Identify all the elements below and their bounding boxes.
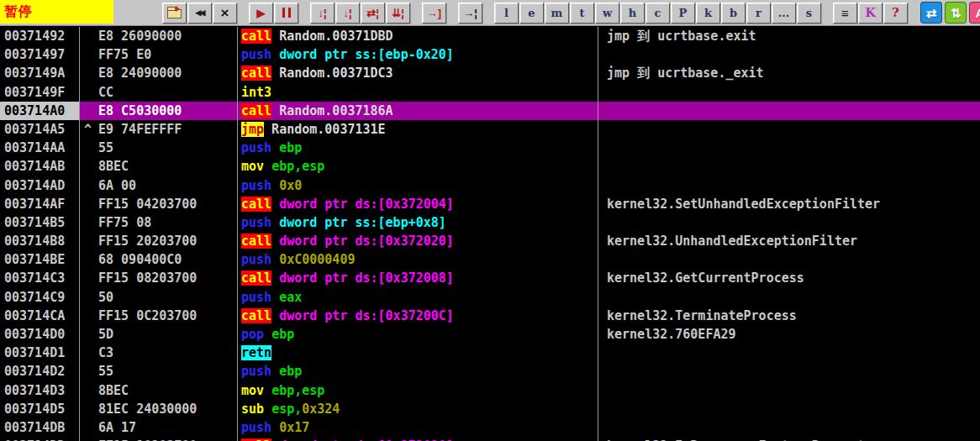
disasm-row[interactable]: 003714D581EC 24030000sub esp,0x324	[0, 400, 980, 418]
instruction-cell: push 0x17	[238, 418, 598, 437]
disasm-row[interactable]: 003714B5FF75 08push dword ptr ss:[ebp+0x…	[0, 213, 980, 232]
address-cell: 003714B5	[0, 213, 80, 232]
animate-into-button[interactable]: ⇄¦	[361, 3, 385, 24]
comment-cell: kernel32.TerminateProcess	[598, 307, 980, 325]
goto-button[interactable]: →¦	[458, 3, 482, 24]
animate-over-button[interactable]: ⇊¦	[386, 3, 410, 24]
disassembly-panel[interactable]: 00371492E8 26090000call Random.00371DBDj…	[0, 26, 980, 441]
windows-button[interactable]: w	[595, 3, 619, 24]
patches-button[interactable]: P	[671, 3, 695, 24]
disasm-row-selected[interactable]: 003714A0E8 C5030000call Random.0037186A	[0, 102, 980, 120]
bytes-cell: 55	[80, 139, 238, 157]
disasm-row[interactable]: 003714C3FF15 08203700call dword ptr ds:[…	[0, 269, 980, 287]
source-button[interactable]: s	[797, 3, 821, 24]
disasm-row[interactable]: 003714DDFF15 10203700call dword ptr ds:[…	[0, 437, 980, 441]
letter-l-icon: l	[504, 8, 508, 18]
instruction-cell: retn	[238, 344, 598, 362]
jump-direction-marker: ^	[84, 120, 92, 139]
plugin-a-button[interactable]: A	[969, 2, 980, 24]
comment-cell	[598, 362, 980, 381]
disasm-row[interactable]: 003714BE68 090400C0push 0xC0000409	[0, 250, 980, 269]
rewind-button[interactable]: ◀◀	[187, 3, 212, 24]
toolbar-group-return: →]	[422, 3, 447, 24]
disasm-row[interactable]: 003714D1C3retn	[0, 344, 980, 362]
disasm-row[interactable]: 003714C950push eax	[0, 288, 980, 307]
plugin-updown-button[interactable]: ⇅	[945, 2, 967, 24]
animate-into-icon: ⇄¦	[366, 8, 379, 18]
run-button[interactable]: ▶	[249, 3, 273, 24]
disasm-row[interactable]: 003714B8FF15 20203700call dword ptr ds:[…	[0, 232, 980, 250]
help-button[interactable]: ?	[883, 3, 908, 24]
memory-map-button[interactable]: m	[545, 3, 569, 24]
step-into-button[interactable]: ↓¦	[310, 3, 335, 24]
comment-cell	[598, 102, 980, 120]
disasm-row[interactable]: 003714AB8BECmov ebp,esp	[0, 157, 980, 176]
instruction-cell: push 0x0	[238, 176, 598, 195]
disasm-row[interactable]: 0037149AE8 24090000call Random.00371DC3j…	[0, 64, 980, 82]
bytes-cell: FF15 10203700	[80, 437, 238, 441]
bytes-cell: FF75 E0	[80, 45, 238, 64]
breakpoints-button[interactable]: b	[721, 3, 746, 24]
threads-button[interactable]: t	[570, 3, 594, 24]
instruction-cell: call dword ptr ds:[0x372008]	[238, 269, 598, 287]
instruction-cell: call Random.00371DBD	[238, 27, 598, 45]
disasm-row[interactable]: 0037149FCCint3	[0, 83, 980, 102]
run-trace-button[interactable]: ...	[772, 3, 796, 24]
disasm-row[interactable]: 003714D05Dpop ebpkernel32.760EFA29	[0, 325, 980, 344]
plugin-button[interactable]: K	[858, 3, 883, 24]
call-stack-button[interactable]: k	[696, 3, 720, 24]
log-button[interactable]: l	[494, 3, 519, 24]
bytes-cell: 81EC 24030000	[80, 400, 238, 418]
close-icon: ×	[221, 6, 229, 20]
disasm-row[interactable]: 003714A5^E9 74FEFFFFjmp Random.0037131E	[0, 120, 980, 139]
close-button[interactable]: ×	[213, 3, 237, 24]
open-file-button[interactable]	[162, 3, 187, 24]
bytes-cell: E8 26090000	[80, 27, 238, 45]
plugin-swap-button[interactable]: ⇄	[920, 2, 942, 24]
comment-cell	[598, 83, 980, 102]
options-list-button[interactable]: ≡	[833, 3, 857, 24]
disasm-row[interactable]: 003714AA55push ebp	[0, 139, 980, 157]
letter-h-icon: h	[629, 8, 636, 18]
disasm-row[interactable]: 003714DB6A 17push 0x17	[0, 418, 980, 437]
letter-t-icon: t	[579, 8, 584, 18]
pause-button[interactable]	[274, 3, 298, 24]
disasm-row[interactable]: 003714D38BECmov ebp,esp	[0, 381, 980, 400]
pause-icon	[282, 8, 291, 18]
comment-cell: kernel32.760EFA29	[598, 325, 980, 344]
disasm-row[interactable]: 003714AFFF15 04203700call dword ptr ds:[…	[0, 195, 980, 213]
step-over-button[interactable]: ↓¦	[335, 3, 360, 24]
address-cell: 003714CA	[0, 307, 80, 325]
bytes-cell: C3	[80, 344, 238, 362]
instruction-cell: pop ebp	[238, 325, 598, 344]
disasm-row[interactable]: 003714AD6A 00push 0x0	[0, 176, 980, 195]
disasm-row[interactable]: 00371492E8 26090000call Random.00371DBDj…	[0, 27, 980, 45]
address-cell: 0037149A	[0, 64, 80, 82]
executable-modules-button[interactable]: e	[519, 3, 544, 24]
disasm-row[interactable]: 003714CAFF15 0C203700call dword ptr ds:[…	[0, 307, 980, 325]
comment-cell: jmp 到 ucrtbase._exit	[598, 64, 980, 82]
address-cell: 003714B8	[0, 232, 80, 250]
list-icon: ≡	[841, 7, 849, 19]
comment-cell: jmp 到 ucrtbase.exit	[598, 27, 980, 45]
disasm-row[interactable]: 00371497FF75 E0push dword ptr ss:[ebp-0x…	[0, 45, 980, 64]
address-cell: 003714AB	[0, 157, 80, 176]
references-button[interactable]: r	[746, 3, 771, 24]
toolbar-group-views: ≡K?	[833, 3, 909, 24]
disasm-row[interactable]: 003714D255push ebp	[0, 362, 980, 381]
swap-arrows-icon: ⇄	[926, 7, 937, 19]
toolbar-right: ⇄⇅A	[918, 2, 980, 24]
bytes-cell: E8 C5030000	[80, 102, 238, 120]
step-over-icon: ↓¦	[343, 8, 351, 18]
bytes-cell: CC	[80, 83, 238, 102]
toolbar: 暂停 ◀◀×▶↓¦↓¦⇄¦⇊¦→]→¦lemtwhcPkbr...s≡K? ⇄⇅…	[0, 0, 980, 26]
address-cell: 00371497	[0, 45, 80, 64]
letter-k-icon: k	[704, 8, 712, 18]
bytes-cell: FF75 08	[80, 213, 238, 232]
ellipsis-icon: ...	[778, 8, 790, 18]
execute-till-return-button[interactable]: →]	[422, 3, 446, 24]
comment-cell	[598, 400, 980, 418]
bytes-cell: FF15 04203700	[80, 195, 238, 213]
cpu-button[interactable]: c	[645, 3, 670, 24]
handles-button[interactable]: h	[620, 3, 645, 24]
